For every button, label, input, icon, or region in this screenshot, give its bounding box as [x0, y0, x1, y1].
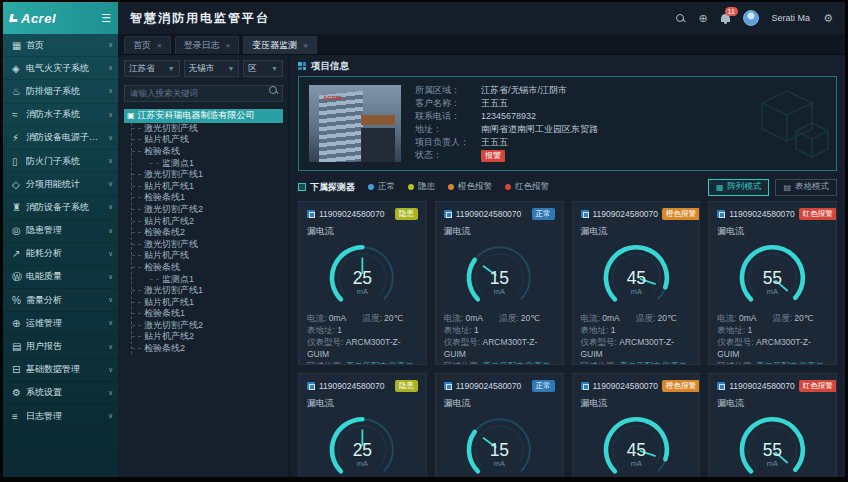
search-input[interactable] [124, 85, 283, 102]
sidebar-item-icon: ♨ [12, 86, 26, 97]
card-header: 11909024580070 红色报警 [717, 208, 828, 220]
card-info: 电流: 0mA 温度: 20℃ 表地址: 1 仪表型号: ARCM300T-Z-… [307, 312, 418, 365]
sidebar-item-7[interactable]: ♜消防设备子系统∨ [3, 196, 118, 219]
brand-logo: Acrel ☰ [3, 2, 118, 34]
sidebar-item-label: 消防水子系统 [26, 108, 80, 121]
sidebar-item-11[interactable]: %需量分析∨ [3, 289, 118, 312]
tree-node-4[interactable]: 激光切割产线1 [132, 169, 283, 181]
field-value: 王五五 [481, 137, 508, 149]
grid-mode-button[interactable]: ▦ 阵列模式 [708, 179, 770, 196]
tree-node-7[interactable]: 激光切割产线2 [132, 204, 283, 216]
device-icon [581, 382, 589, 390]
sidebar-item-15[interactable]: ⚙系统设置∨ [3, 382, 118, 405]
sidebar-item-1[interactable]: ◈电气火灾子系统∨ [3, 57, 118, 80]
gear-icon[interactable]: ⚙ [823, 13, 833, 24]
card-header: 11909024580070 橙色报警 [581, 208, 692, 220]
table-mode-button[interactable]: ▤ 表格模式 [775, 179, 837, 196]
province-select[interactable]: 江苏省 ▼ [124, 60, 180, 77]
sidebar-item-0[interactable]: ▦首页∨ [3, 34, 118, 57]
tree-node-19[interactable]: 检验条线2 [132, 343, 283, 355]
tree-node-13[interactable]: 监测点1 [150, 273, 283, 285]
sidebar-item-14[interactable]: ⊟基础数据管理∨ [3, 359, 118, 382]
close-icon[interactable]: × [226, 41, 231, 50]
detector-card-3[interactable]: 11909024580070 红色报警 漏电流 55 mA 电流: 0mA 温度… [708, 201, 837, 365]
tab-0[interactable]: 首页× [124, 36, 171, 54]
tree-node-2[interactable]: 检验条线 [132, 146, 283, 158]
search-icon[interactable] [676, 14, 685, 23]
sidebar-item-16[interactable]: ≡日志管理∨ [3, 405, 118, 428]
avatar[interactable] [743, 10, 759, 26]
card-info: 电流: 0mA 温度: 20℃ 表地址: 1 仪表型号: ARCM300T-Z-… [717, 312, 828, 365]
sidebar-item-6[interactable]: ◇分项用能统计∨ [3, 173, 118, 196]
sidebar-item-8[interactable]: ◎隐患管理∨ [3, 220, 118, 243]
svg-text:mA: mA [357, 459, 368, 468]
field-value: 12345678932 [481, 111, 536, 123]
sidebar-item-10[interactable]: Ⓦ电能质量∨ [3, 266, 118, 289]
sidebar-item-12[interactable]: ⊕运维管理∨ [3, 312, 118, 335]
status-badge: 正常 [532, 208, 555, 220]
tab-1[interactable]: 登录日志× [175, 36, 240, 54]
sidebar-item-13[interactable]: ▤用户报告∨ [3, 335, 118, 358]
tree-node-1[interactable]: 贴片机产线 [132, 134, 283, 146]
topbar-actions: ⊕ 11 Serati Ma ⚙ [676, 10, 833, 26]
hamburger-menu-icon[interactable]: ☰ [101, 12, 111, 25]
sidebar-item-9[interactable]: ↗能耗分析∨ [3, 243, 118, 266]
tree-root-node[interactable]: ▣ 江苏安科瑞电器制造有限公司 [124, 109, 283, 123]
legend-label: 隐患 [418, 181, 435, 193]
sidebar-item-3[interactable]: ≈消防水子系统∨ [3, 104, 118, 127]
sidebar-item-label: 电能质量 [26, 270, 62, 283]
device-id: 11909024580070 [456, 381, 522, 391]
svg-text:55: 55 [763, 268, 782, 288]
detector-card-7[interactable]: 11909024580070 红色报警 漏电流 55 mA 电流: 0mA 温度… [708, 373, 837, 477]
notifications[interactable]: 11 [721, 14, 730, 22]
help-circle-icon[interactable]: ⊕ [698, 13, 707, 24]
field-label: 所属区域 [415, 85, 481, 97]
chevron-down-icon: ∨ [106, 366, 113, 374]
page-title: 智慧消防用电监管平台 [130, 10, 270, 27]
sidebar: Acrel ☰ ▦首页∨◈电气火灾子系统∨♨防排烟子系统∨≈消防水子系统∨⚡消防… [3, 2, 118, 477]
sidebar-item-2[interactable]: ♨防排烟子系统∨ [3, 80, 118, 103]
tree-node-11[interactable]: 贴片机产线 [132, 250, 283, 262]
tree-node-9[interactable]: 检验条线2 [132, 227, 283, 239]
detector-card-1[interactable]: 11909024580070 正常 漏电流 15 mA 电流: 0mA 温度: … [435, 201, 564, 365]
tree-node-15[interactable]: 贴片机产线1 [132, 296, 283, 308]
tree-node-16[interactable]: 检验条线1 [132, 308, 283, 320]
close-icon[interactable]: × [303, 41, 308, 50]
status-badge: 橙色报警 [662, 380, 700, 392]
sidebar-item-icon: ▯ [12, 156, 26, 167]
gauge: 55 mA [717, 410, 828, 477]
tree-node-8[interactable]: 贴片机产线2 [132, 215, 283, 227]
sidebar-item-icon: ▤ [12, 341, 26, 352]
close-icon[interactable]: × [157, 41, 162, 50]
device-icon [717, 210, 725, 218]
field-label: 状态 [415, 150, 481, 162]
tree-children: 激光切割产线贴片机产线检验条线监测点1激光切割产线1贴片机产线1检验条线1激光切… [131, 123, 283, 355]
detector-card-4[interactable]: 11909024580070 隐患 漏电流 25 mA 电流: 0mA 温度: … [298, 373, 427, 477]
main-column: 智慧消防用电监管平台 ⊕ 11 Serati Ma ⚙ 首页×登录日志×变压器监… [118, 2, 845, 477]
tree-node-10[interactable]: 激光切割产线 [132, 238, 283, 250]
detector-card-2[interactable]: 11909024580070 橙色报警 漏电流 45 mA 电流: 0mA 温度… [572, 201, 701, 365]
user-name[interactable]: Serati Ma [772, 13, 811, 23]
detector-card-5[interactable]: 11909024580070 正常 漏电流 15 mA 电流: 0mA 温度: … [435, 373, 564, 477]
tree-node-12[interactable]: 检验条线 [132, 262, 283, 274]
tree-node-18[interactable]: 贴片机产线2 [132, 331, 283, 343]
sidebar-item-4[interactable]: ⚡消防设备电源子系统∨ [3, 127, 118, 150]
tree-node-3[interactable]: 监测点1 [150, 157, 283, 169]
tree-node-0[interactable]: 激光切割产线 [132, 123, 283, 135]
legend-dot [408, 184, 414, 190]
sidebar-item-5[interactable]: ▯防火门子系统∨ [3, 150, 118, 173]
field-label: 客户名称 [415, 98, 481, 110]
detector-card-6[interactable]: 11909024580070 橙色报警 漏电流 45 mA 电流: 0mA 温度… [572, 373, 701, 477]
search-icon[interactable] [269, 86, 278, 95]
sidebar-item-label: 首页 [26, 39, 44, 52]
svg-text:55: 55 [763, 440, 782, 460]
tab-2[interactable]: 变压器监测× [243, 36, 317, 54]
tree-node-6[interactable]: 检验条线1 [132, 192, 283, 204]
tree-node-14[interactable]: 激光切割产线1 [132, 285, 283, 297]
card-header: 11909024580070 正常 [444, 380, 555, 392]
tree-node-5[interactable]: 贴片机产线1 [132, 180, 283, 192]
tree-node-17[interactable]: 激光切割产线2 [132, 320, 283, 332]
city-select[interactable]: 无锡市 ▼ [184, 60, 240, 77]
district-select[interactable]: 区 ▼ [243, 60, 283, 77]
detector-card-0[interactable]: 11909024580070 隐患 漏电流 25 mA 电流: 0mA 温度: … [298, 201, 427, 365]
